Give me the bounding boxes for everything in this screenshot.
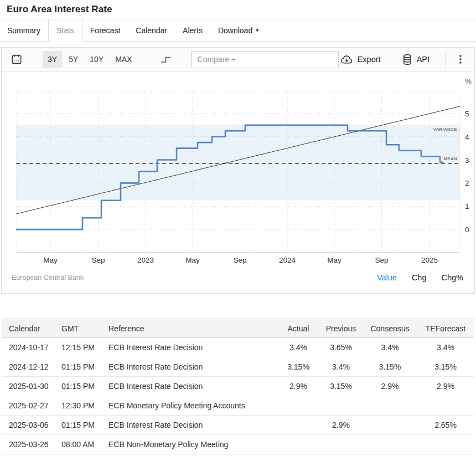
calendar-table-wrap: CalendarGMTReferenceActualPreviousConsen…: [2, 319, 474, 454]
cell-actual: [278, 416, 319, 435]
cell-gmt: 01:15 PM: [58, 416, 105, 435]
y-tick-label: 1: [465, 202, 469, 211]
cell-actual: [278, 435, 319, 454]
database-icon: [402, 54, 413, 65]
x-tick-label: 2023: [137, 256, 154, 264]
table-row[interactable]: 2025-02-2712:30 PMECB Monetary Policy Me…: [2, 396, 474, 416]
cell-reference: ECB Non-Monetary Policy Meeting: [105, 435, 278, 454]
variance-band: [16, 125, 460, 200]
tab-forecast-label: Forecast: [90, 26, 120, 35]
cell-gmt: 01:15 PM: [58, 377, 105, 396]
range-3y-button[interactable]: 3Y: [43, 51, 62, 68]
more-menu-button[interactable]: [454, 53, 467, 66]
cell-reference: ECB Monetary Policy Meeting Accounts: [105, 396, 278, 416]
y-tick-label: 0: [465, 226, 469, 234]
calendar-table-head: CalendarGMTReferenceActualPreviousConsen…: [2, 319, 474, 338]
tab-stats[interactable]: Stats: [48, 19, 82, 42]
cell-reference: ECB Interest Rate Decision: [105, 357, 278, 377]
tab-calendar-label: Calendar: [136, 26, 167, 35]
cell-reference: ECB Interest Rate Decision: [105, 416, 278, 435]
cell-reference: ECB Interest Rate Decision: [105, 377, 278, 396]
cell-calendar: 2024-10-17: [2, 338, 58, 357]
y-tick-label: 5: [465, 110, 469, 118]
variance-label: VARIANCE: [433, 127, 457, 132]
table-row[interactable]: 2025-03-2608:00 AMECB Non-Monetary Polic…: [2, 435, 474, 454]
cell-teforecast: 3.4%: [417, 338, 474, 357]
table-row[interactable]: 2025-01-3001:15 PMECB Interest Rate Deci…: [2, 377, 474, 396]
x-tick-label: Sep: [375, 256, 389, 264]
toolbar-right: Export API: [339, 52, 467, 68]
table-row[interactable]: 2024-10-1712:15 PMECB Interest Rate Deci…: [2, 338, 474, 357]
tab-download-label: Download: [218, 26, 252, 35]
cell-calendar: 2024-12-12: [2, 357, 58, 377]
cell-actual: 3.15%: [278, 357, 319, 377]
mean-label: MEAN: [443, 156, 457, 161]
column-header-previous: Previous: [319, 319, 363, 338]
tab-summary-label: Summary: [7, 26, 40, 35]
cell-gmt: 12:15 PM: [58, 338, 105, 357]
rate-chart[interactable]: %012345MaySep2023MaySep2024MaySep2025VAR…: [2, 71, 475, 269]
header-row: CalendarGMTReferenceActualPreviousConsen…: [2, 319, 474, 338]
column-header-gmt: GMT: [58, 319, 105, 338]
table-row[interactable]: 2024-12-1201:15 PMECB Interest Rate Deci…: [2, 357, 474, 377]
column-header-reference: Reference: [105, 319, 278, 338]
compare-input[interactable]: [192, 51, 339, 68]
page-title: Euro Area Interest Rate: [7, 4, 469, 15]
x-tick-label: Sep: [92, 256, 105, 264]
export-button[interactable]: Export: [339, 52, 382, 67]
x-tick-label: May: [43, 256, 58, 264]
cell-consensus: [363, 435, 417, 454]
view-chgpct-button[interactable]: Chg%: [442, 273, 464, 282]
tab-calendar[interactable]: Calendar: [128, 19, 175, 41]
chart-area: %012345MaySep2023MaySep2024MaySep2025VAR…: [2, 71, 474, 293]
date-range-picker-button[interactable]: [9, 52, 24, 66]
view-chg-button[interactable]: Chg: [412, 273, 427, 282]
column-header-consensus: Consensus: [363, 319, 417, 338]
x-tick-label: May: [185, 256, 200, 264]
cell-consensus: 2.9%: [363, 377, 417, 396]
cell-teforecast: 2.65%: [417, 416, 474, 435]
calendar-table: CalendarGMTReferenceActualPreviousConsen…: [2, 319, 474, 454]
cell-previous: 2.9%: [319, 416, 363, 435]
tab-download[interactable]: Download ▾: [210, 19, 266, 41]
caret-down-icon: ▾: [256, 28, 258, 33]
cell-previous: [319, 396, 363, 416]
column-header-actual: Actual: [278, 319, 319, 338]
column-header-calendar: Calendar: [2, 319, 58, 338]
y-tick-label: 3: [465, 156, 469, 165]
cell-consensus: [363, 396, 417, 416]
cell-gmt: 08:00 AM: [58, 435, 105, 454]
view-value-button[interactable]: Value: [377, 273, 397, 282]
table-row[interactable]: 2025-03-0601:15 PMECB Interest Rate Deci…: [2, 416, 474, 435]
tab-forecast[interactable]: Forecast: [82, 19, 128, 41]
cell-consensus: 3.15%: [363, 357, 417, 377]
range-max-button[interactable]: MAX: [110, 51, 137, 68]
cell-consensus: 3.4%: [363, 338, 417, 357]
tab-bar: Summary Stats Forecast Calendar Alerts D…: [0, 19, 476, 42]
cell-calendar: 2025-03-06: [2, 416, 58, 435]
step-line-icon: [159, 53, 173, 65]
chart-card: 3Y 5Y 10Y MAX Export: [1, 47, 475, 294]
chart-toolbar: 3Y 5Y 10Y MAX Export: [2, 48, 474, 71]
chart-footer: European Central Bank Value Chg Chg%: [2, 269, 474, 293]
tab-alerts[interactable]: Alerts: [175, 19, 210, 41]
export-label: Export: [358, 55, 381, 64]
cell-actual: [278, 396, 319, 416]
cell-previous: 3.15%: [319, 377, 363, 396]
cell-calendar: 2025-03-26: [2, 435, 58, 454]
api-button[interactable]: API: [401, 52, 431, 68]
x-tick-label: May: [327, 256, 342, 264]
cell-previous: 3.65%: [319, 338, 363, 357]
unit-label: %: [465, 77, 472, 85]
tab-stats-label: Stats: [56, 26, 74, 35]
cell-actual: 2.9%: [278, 377, 319, 396]
cell-calendar: 2025-01-30: [2, 377, 58, 396]
view-switcher: Value Chg Chg%: [377, 273, 463, 282]
chart-type-button[interactable]: [158, 52, 174, 66]
range-10y-button[interactable]: 10Y: [85, 51, 108, 68]
tab-summary[interactable]: Summary: [0, 19, 48, 41]
x-tick-label: 2024: [279, 256, 296, 264]
cell-reference: ECB Interest Rate Decision: [105, 338, 278, 357]
cell-gmt: 12:30 PM: [58, 396, 105, 416]
range-5y-button[interactable]: 5Y: [64, 51, 83, 68]
